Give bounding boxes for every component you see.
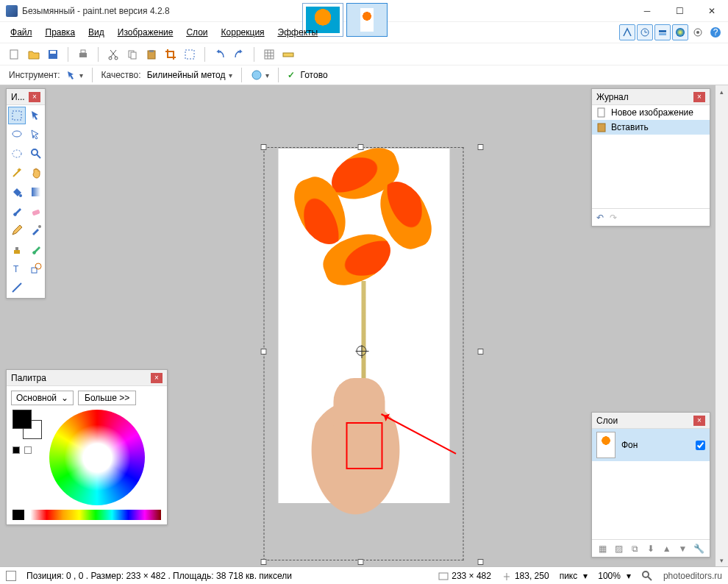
status-cursor: 183, 250 — [502, 571, 549, 581]
tool-brush[interactable] — [8, 202, 26, 220]
tool-gradient[interactable] — [27, 183, 45, 201]
layer-add[interactable]: ▦ — [596, 542, 610, 555]
handle-top-right[interactable] — [478, 144, 484, 150]
thumb-doc-2[interactable] — [346, 3, 388, 37]
undo-button[interactable] — [213, 47, 227, 62]
tool-shapes[interactable] — [27, 260, 45, 277]
tool-magic-wand[interactable] — [8, 164, 26, 182]
handle-mid-right[interactable] — [478, 349, 484, 355]
zoom-tool-icon[interactable] — [641, 570, 653, 582]
palette-strip[interactable] — [13, 510, 161, 520]
menu-effects[interactable]: Эффекты — [272, 24, 324, 40]
help-button[interactable]: ? — [707, 24, 724, 40]
scroll-up-icon[interactable]: ▴ — [715, 85, 728, 98]
scroll-down-icon[interactable]: ▾ — [715, 554, 728, 566]
quality-selector[interactable]: Билинейный метод ▾ — [147, 70, 232, 80]
menu-file[interactable]: Файл — [4, 24, 38, 40]
selection-center[interactable] — [357, 346, 367, 356]
tool-lasso[interactable] — [8, 126, 26, 143]
history-item[interactable]: Вставить — [592, 120, 710, 135]
palette-panel: Палитра × Основной⌄ Больше >> — [6, 369, 168, 525]
layer-item[interactable]: Фон — [592, 429, 710, 461]
tool-color-picker[interactable] — [27, 221, 45, 239]
tool-pan[interactable] — [27, 164, 45, 182]
tools-panel-close[interactable]: × — [29, 92, 40, 102]
minimize-button[interactable]: ─ — [631, 1, 663, 21]
tool-recolor[interactable] — [27, 241, 45, 258]
handle-bot-right[interactable] — [478, 559, 484, 565]
tool-selector[interactable]: ▾ — [66, 70, 83, 80]
copy-button[interactable] — [125, 47, 140, 62]
handle-bot-left[interactable] — [261, 559, 267, 565]
toggle-tools-panel[interactable] — [619, 24, 635, 40]
toggle-palette-panel[interactable] — [672, 24, 688, 40]
layer-delete[interactable]: ▨ — [613, 542, 626, 555]
color-swatches[interactable] — [13, 410, 42, 439]
reset-colors[interactable] — [24, 446, 32, 454]
layers-panel-close[interactable]: × — [693, 416, 705, 426]
ruler-button[interactable] — [281, 47, 296, 62]
settings-button[interactable] — [690, 24, 706, 40]
tool-zoom[interactable] — [27, 145, 45, 163]
history-item[interactable]: Новое изображение — [592, 105, 710, 120]
swap-colors[interactable] — [13, 446, 20, 454]
tool-fill[interactable] — [8, 183, 26, 201]
menu-view[interactable]: Вид — [82, 24, 110, 40]
new-button[interactable] — [7, 47, 22, 62]
history-panel-close[interactable]: × — [693, 92, 705, 102]
tool-move-selected[interactable] — [27, 107, 45, 124]
grid-button[interactable] — [262, 47, 276, 62]
tool-rect-select[interactable] — [8, 107, 26, 124]
options-bar: Инструмент: ▾ Качество: Билинейный метод… — [0, 65, 728, 85]
handle-bot-mid[interactable] — [358, 559, 364, 565]
status-units[interactable]: пикс▾ — [560, 571, 588, 581]
paste-button[interactable] — [144, 47, 159, 62]
crop-button[interactable] — [163, 47, 178, 62]
tool-pencil[interactable] — [8, 221, 26, 239]
cut-button[interactable] — [106, 47, 121, 62]
color-wheel[interactable] — [49, 410, 145, 505]
redo-button[interactable] — [232, 47, 246, 62]
history-undo[interactable]: ↶ — [596, 213, 604, 223]
status-zoom[interactable]: 100%▾ — [598, 571, 631, 581]
tool-line[interactable] — [8, 279, 26, 296]
palette-more-button[interactable]: Больше >> — [78, 391, 136, 405]
save-button[interactable] — [46, 47, 60, 62]
svg-rect-1 — [659, 30, 666, 32]
tool-move-selection[interactable] — [27, 126, 45, 143]
sampling-selector[interactable]: ▾ — [251, 69, 269, 81]
handle-mid-left[interactable] — [261, 349, 267, 355]
palette-panel-close[interactable]: × — [151, 373, 163, 383]
toggle-history-panel[interactable] — [637, 24, 653, 40]
menu-layers[interactable]: Слои — [180, 24, 213, 40]
layer-properties[interactable]: 🔧 — [692, 542, 705, 555]
tool-text[interactable]: T — [8, 260, 26, 277]
menu-correction[interactable]: Коррекция — [215, 24, 271, 40]
menu-edit[interactable]: Правка — [40, 24, 82, 40]
svg-rect-36 — [598, 108, 604, 117]
open-button[interactable] — [26, 47, 41, 62]
close-button[interactable]: ✕ — [696, 1, 728, 21]
vertical-scrollbar[interactable]: ▴ ▾ — [715, 85, 728, 566]
layer-duplicate[interactable]: ⧉ — [628, 542, 641, 555]
tool-clone[interactable] — [8, 241, 26, 258]
window-title: Безымянный - paint.net версия 4.2.8 — [22, 6, 170, 16]
layer-visible-checkbox[interactable] — [696, 441, 705, 450]
layer-down[interactable]: ▼ — [676, 542, 689, 555]
print-button[interactable] — [76, 47, 90, 62]
toggle-layers-panel[interactable] — [654, 24, 671, 40]
tool-ellipse-select[interactable] — [8, 145, 26, 163]
palette-mode-selector[interactable]: Основной⌄ — [11, 391, 74, 405]
menu-image[interactable]: Изображение — [112, 24, 179, 40]
maximize-button[interactable]: ☐ — [663, 1, 696, 21]
layer-merge[interactable]: ⬇ — [644, 542, 657, 555]
deselect-button[interactable] — [182, 47, 197, 62]
layer-up[interactable]: ▲ — [660, 542, 674, 555]
handle-top-left[interactable] — [261, 144, 267, 150]
svg-point-22 — [252, 71, 261, 79]
primary-color[interactable] — [13, 410, 32, 429]
tool-eraser[interactable] — [27, 202, 45, 220]
history-redo[interactable]: ↷ — [610, 213, 617, 223]
canvas[interactable] — [279, 149, 450, 503]
handle-top-mid[interactable] — [358, 144, 364, 150]
